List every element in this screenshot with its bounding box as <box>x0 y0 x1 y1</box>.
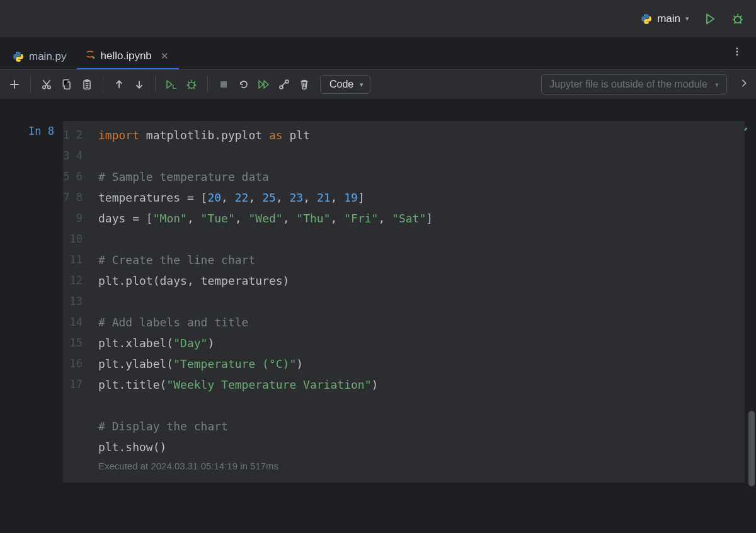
divider <box>155 76 156 93</box>
scrollbar-thumb[interactable] <box>748 411 755 486</box>
svg-point-0 <box>644 14 645 15</box>
notice-text: Jupyter file is outside of the module <box>549 79 707 90</box>
execution-info: Executed at 2024.03.31 05:14:19 in 517ms <box>98 456 278 476</box>
svg-point-9 <box>43 86 46 89</box>
delete-cell-button[interactable] <box>296 76 312 93</box>
chevron-down-icon: ▾ <box>685 14 689 23</box>
code-editor[interactable]: import matplotlib.pyplot as plt # Sample… <box>89 121 745 483</box>
svg-point-1 <box>648 22 648 23</box>
svg-point-16 <box>285 80 289 83</box>
tab-label: hello.ipynb <box>101 50 152 62</box>
python-icon <box>13 51 24 62</box>
tab-main-py[interactable]: main.py <box>5 43 77 69</box>
divider <box>103 76 103 93</box>
tab-hello-ipynb[interactable]: hello.ipynb ✕ <box>77 41 179 69</box>
divider <box>30 76 31 93</box>
paste-button[interactable] <box>79 76 95 93</box>
run-config-label: main <box>657 13 680 25</box>
svg-point-10 <box>48 86 51 89</box>
cell-prompt: In 8 <box>11 121 63 483</box>
interrupt-button[interactable] <box>215 76 232 93</box>
restart-button[interactable] <box>236 76 252 93</box>
chevron-right-icon[interactable] <box>740 79 748 90</box>
python-icon <box>641 13 652 25</box>
svg-point-17 <box>280 86 283 89</box>
add-cell-button[interactable] <box>6 76 23 93</box>
tab-label: main.py <box>29 50 67 63</box>
editor-tabs: main.py hello.ipynb ✕ <box>0 38 756 69</box>
prompt-count: 8 <box>48 125 54 137</box>
svg-point-5 <box>92 57 94 59</box>
chevron-down-icon: ▾ <box>715 81 719 89</box>
run-cell-button[interactable] <box>163 76 180 93</box>
cell-type-select[interactable]: Code ▾ <box>320 75 370 94</box>
debug-cell-button[interactable] <box>183 76 200 93</box>
svg-rect-15 <box>220 81 227 88</box>
cut-button[interactable] <box>38 76 55 93</box>
chevron-down-icon: ▾ <box>360 81 364 89</box>
svg-point-8 <box>736 54 738 56</box>
svg-point-7 <box>736 51 738 53</box>
run-button[interactable] <box>703 12 717 26</box>
module-notice[interactable]: Jupyter file is outside of the module ▾ <box>541 74 727 95</box>
divider <box>207 76 208 93</box>
prompt-label: In <box>28 125 41 137</box>
close-icon[interactable]: ✕ <box>161 50 169 62</box>
cell-type-label: Code <box>329 79 353 90</box>
notebook-toolbar: Code ▾ Jupyter file is outside of the mo… <box>0 69 756 100</box>
jupyter-icon <box>84 49 96 63</box>
editor-area: In 8 1 2 3 4 5 6 7 8 9 10 11 12 13 14 15… <box>0 121 756 533</box>
svg-point-6 <box>736 48 738 50</box>
code-cell: In 8 1 2 3 4 5 6 7 8 9 10 11 12 13 14 15… <box>11 121 745 483</box>
copy-button[interactable] <box>59 76 75 93</box>
line-gutter: 1 2 3 4 5 6 7 8 9 10 11 12 13 14 15 16 1… <box>63 121 89 483</box>
svg-point-3 <box>16 52 17 53</box>
debug-button[interactable] <box>731 12 745 26</box>
move-up-button[interactable] <box>111 76 127 93</box>
svg-point-4 <box>20 60 20 60</box>
clear-outputs-button[interactable] <box>276 76 292 93</box>
move-down-button[interactable] <box>131 76 147 93</box>
tabs-menu-icon[interactable] <box>732 47 742 59</box>
run-config-selector[interactable]: main ▾ <box>641 13 689 25</box>
top-bar: main ▾ <box>0 0 756 38</box>
run-all-button[interactable] <box>256 76 272 93</box>
